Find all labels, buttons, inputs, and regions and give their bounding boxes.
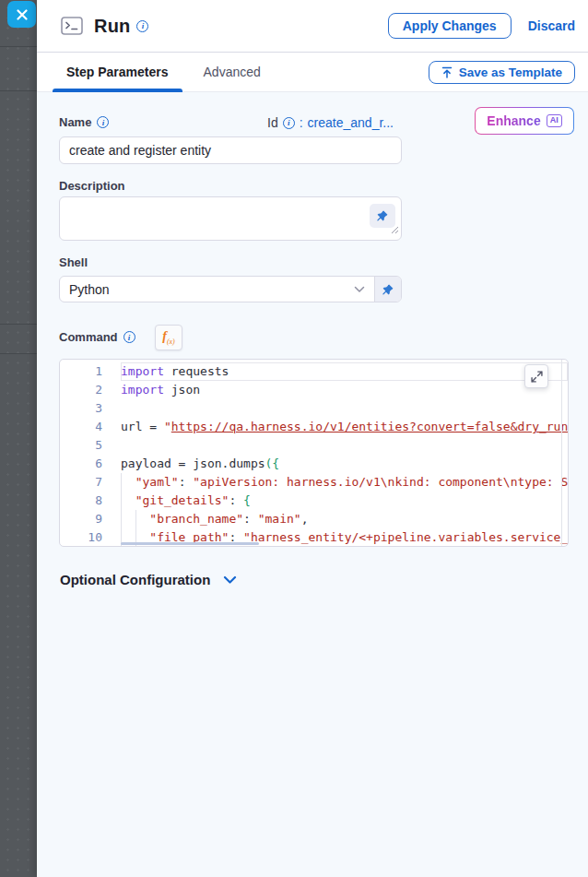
- expression-fx-button[interactable]: f(x): [155, 325, 182, 350]
- line-number: 9: [60, 510, 102, 528]
- code-line-content[interactable]: [121, 399, 568, 418]
- line-number: 4: [60, 418, 102, 436]
- resize-handle[interactable]: [391, 221, 399, 238]
- pushpin-icon: [376, 209, 389, 222]
- indent-guide: [121, 510, 122, 528]
- pipeline-canvas-background: [0, 0, 37, 877]
- id-info-icon[interactable]: i: [283, 117, 295, 129]
- command-label: Command i: [59, 330, 135, 344]
- tab-label: Step Parameters: [66, 65, 169, 79]
- shell-select-group: Python: [59, 276, 402, 302]
- apply-changes-button[interactable]: Apply Changes: [388, 13, 512, 39]
- code-line[interactable]: 4url = "https://qa.harness.io/v1/entitie…: [60, 418, 568, 436]
- discard-button[interactable]: Discard: [528, 18, 575, 33]
- pushpin-icon: [382, 283, 394, 296]
- ai-badge: AI: [547, 114, 562, 127]
- description-label: Description: [59, 179, 125, 193]
- save-as-template-label: Save as Template: [459, 65, 562, 79]
- line-number: 10: [60, 528, 102, 547]
- page-title: Run: [94, 16, 130, 37]
- enhance-ai-button[interactable]: Enhance AI: [475, 107, 574, 135]
- tab-label: Advanced: [204, 65, 261, 79]
- id-label: Id: [267, 115, 278, 130]
- upload-icon: [441, 66, 453, 78]
- shell-label: Shell: [59, 255, 88, 269]
- tab-bar: Step Parameters Advanced Save as Templat…: [37, 53, 588, 92]
- chevron-down-icon: [354, 286, 365, 293]
- shell-selected-value: Python: [69, 282, 110, 297]
- canvas-divider: [0, 353, 37, 354]
- step-id: Id i : create_and_r...: [267, 115, 394, 130]
- command-code-editor[interactable]: 1import requests2import json34url = "htt…: [59, 359, 569, 547]
- name-label: Name i: [59, 115, 109, 129]
- shell-select[interactable]: Python: [60, 277, 374, 302]
- code-line-content[interactable]: "branch_name": "main",: [121, 510, 568, 528]
- shell-pin-button[interactable]: [374, 277, 401, 302]
- code-line[interactable]: 5: [60, 436, 568, 455]
- tab-advanced[interactable]: Advanced: [196, 53, 268, 92]
- code-line[interactable]: 2import json: [60, 381, 568, 399]
- step-config-drawer: Run i Apply Changes Discard Step Paramet…: [37, 0, 588, 877]
- line-number: 5: [60, 436, 102, 455]
- indent-guide: [121, 473, 122, 492]
- id-separator: :: [300, 115, 303, 130]
- drawer-close-button[interactable]: [7, 1, 36, 28]
- enhance-label: Enhance: [487, 113, 540, 128]
- active-tab-indicator: [53, 89, 182, 92]
- indent-guide: [135, 510, 136, 528]
- code-line-content[interactable]: url = "https://qa.harness.io/v1/entities…: [121, 418, 568, 436]
- step-parameters-panel: Name i Id i : create_and_r... Enhance AI…: [37, 92, 588, 877]
- code-line[interactable]: 6payload = json.dumps({: [60, 455, 568, 473]
- chevron-down-icon: [223, 575, 237, 585]
- command-info-icon[interactable]: i: [123, 331, 135, 343]
- code-line-content[interactable]: payload = json.dumps({: [121, 455, 568, 473]
- code-line[interactable]: 3: [60, 399, 568, 418]
- code-line[interactable]: 8 "git_details": {: [60, 492, 568, 510]
- step-config-screen: Run i Apply Changes Discard Step Paramet…: [0, 0, 588, 877]
- code-line[interactable]: 1import requests: [60, 362, 568, 381]
- code-line-content[interactable]: "git_details": {: [121, 492, 568, 510]
- id-value: create_and_r...: [308, 115, 394, 130]
- step-info-icon[interactable]: i: [136, 20, 148, 32]
- line-number: 7: [60, 473, 102, 492]
- line-number: 2: [60, 381, 102, 399]
- line-number: 6: [60, 455, 102, 473]
- tab-step-parameters[interactable]: Step Parameters: [59, 53, 176, 92]
- editor-overview-ruler: [561, 360, 562, 546]
- optional-configuration-label: Optional Configuration: [60, 572, 210, 587]
- line-number: 3: [60, 399, 102, 418]
- description-textarea[interactable]: [59, 196, 402, 241]
- code-line-content[interactable]: [121, 436, 568, 455]
- line-number: 8: [60, 492, 102, 510]
- canvas-divider: [0, 324, 37, 325]
- canvas-divider: [0, 46, 37, 47]
- run-step-terminal-icon: [61, 17, 83, 35]
- code-line-content[interactable]: import json: [121, 381, 568, 399]
- close-icon: [17, 9, 28, 20]
- canvas-divider: [0, 90, 37, 91]
- drawer-header: Run i Apply Changes Discard: [37, 0, 588, 53]
- code-line[interactable]: 7 "yaml": "apiVersion: harness.io/v1\nki…: [60, 473, 568, 492]
- indent-guide: [121, 492, 122, 510]
- name-input[interactable]: [59, 136, 402, 164]
- line-number: 1: [60, 362, 102, 381]
- code-lines: 1import requests2import json34url = "htt…: [60, 362, 568, 547]
- editor-horizontal-scrollbar[interactable]: [121, 542, 259, 545]
- code-line[interactable]: 9 "branch_name": "main",: [60, 510, 568, 528]
- code-line-content[interactable]: "yaml": "apiVersion: harness.io/v1\nkind…: [121, 473, 568, 492]
- name-info-icon[interactable]: i: [97, 116, 109, 128]
- save-as-template-button[interactable]: Save as Template: [429, 61, 575, 84]
- optional-configuration-toggle[interactable]: Optional Configuration: [60, 572, 237, 587]
- code-line-content[interactable]: import requests: [121, 362, 568, 381]
- expand-editor-button[interactable]: [524, 364, 548, 388]
